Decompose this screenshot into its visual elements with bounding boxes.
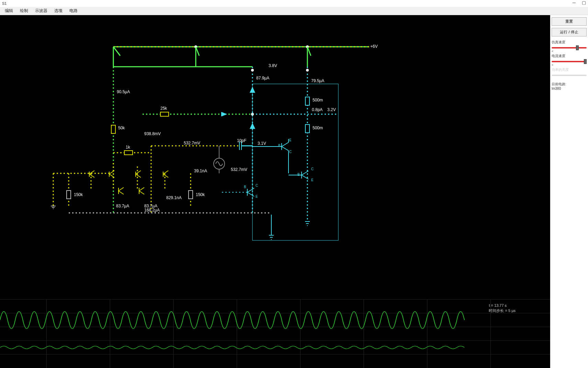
pin-e2: E bbox=[311, 178, 314, 182]
reset-button[interactable]: 重置 bbox=[552, 17, 587, 26]
pin-c3: C bbox=[256, 184, 258, 187]
svg-point-7 bbox=[306, 69, 309, 72]
pin-e3: E bbox=[256, 195, 258, 198]
label-current-90.5ua: 90.5µA bbox=[117, 89, 130, 94]
svg-rect-14 bbox=[189, 191, 193, 199]
label-current-829.1na: 829.1nA bbox=[166, 195, 182, 200]
label-current-87.9ua: 87.9µA bbox=[256, 76, 269, 80]
label-voltage-532.7mv-a: 532.7mV bbox=[184, 141, 200, 145]
app-title: S1 bbox=[2, 1, 7, 6]
control-panel: 重置 运行 / 停止 仿真速度 < 电流速度 < 功率的亮度 目前电路: lm3… bbox=[550, 15, 588, 368]
run-stop-button[interactable]: 运行 / 停止 bbox=[552, 28, 587, 36]
titlebar: S1 ─ ▢ bbox=[0, 0, 588, 7]
menu-draw[interactable]: 绘制 bbox=[16, 7, 32, 15]
label-current-79.5ua: 79.5µA bbox=[311, 78, 324, 83]
label-current-83.7ua-a: 83.7µA bbox=[116, 204, 129, 208]
label-voltage-3.2v: 3.2V bbox=[327, 107, 336, 112]
label-resistor-150k-b: 150k bbox=[196, 192, 205, 197]
simspeed-label: 仿真速度 bbox=[552, 40, 587, 45]
pin-c1: C bbox=[289, 150, 292, 154]
label-resistor-150k-a: 150k bbox=[74, 192, 83, 197]
menu-circuit[interactable]: 电路 bbox=[66, 7, 81, 15]
circuit-canvas[interactable]: +6V 3.8V 87.9µA 79.5µA 90.5µA 500m 500m … bbox=[0, 15, 550, 368]
label-current-168.2ua: 168.2µA bbox=[144, 208, 160, 213]
scope-time: t = 13.77 s bbox=[489, 303, 516, 308]
svg-point-5 bbox=[251, 69, 254, 72]
menubar: 编辑 绘制 示波器 选项 电路 bbox=[0, 7, 588, 15]
powerbright-slider bbox=[552, 73, 587, 78]
pin-c2: C bbox=[311, 167, 314, 171]
svg-rect-10 bbox=[252, 84, 338, 240]
current-circuit-label: 目前电路: bbox=[552, 82, 587, 87]
label-voltage-938.8mv: 938.8mV bbox=[144, 131, 161, 136]
pin-e1: E bbox=[289, 138, 292, 142]
svg-rect-11 bbox=[124, 151, 133, 155]
pin-b3: B bbox=[244, 185, 246, 189]
scope-step: 时间步长 = 5 µs bbox=[489, 308, 516, 313]
label-resistor-25k: 25k bbox=[160, 106, 167, 111]
pin-b1: B bbox=[278, 144, 281, 148]
label-resistor-500m-a: 500m bbox=[313, 98, 323, 102]
menu-scope[interactable]: 示波器 bbox=[32, 7, 51, 15]
svg-rect-3 bbox=[111, 125, 115, 133]
current-circuit-name: lm380 bbox=[552, 87, 587, 90]
pin-b2: B bbox=[297, 173, 300, 176]
curspeed-label: 电流速度 bbox=[552, 54, 587, 58]
label-resistor-50k: 50k bbox=[118, 126, 125, 130]
label-current-39.1na: 39.1nA bbox=[194, 169, 207, 173]
svg-rect-8 bbox=[305, 97, 309, 105]
label-voltage-532.7mv-b: 532.7mV bbox=[231, 167, 247, 172]
minimize-icon[interactable]: ─ bbox=[573, 0, 576, 5]
scope-readout: t = 13.77 s 时间步长 = 5 µs bbox=[489, 303, 516, 314]
curspeed-slider[interactable]: < bbox=[552, 59, 587, 64]
label-resistor-1k: 1k bbox=[126, 145, 130, 150]
oscilloscope[interactable]: t = 13.77 s 时间步长 = 5 µs bbox=[0, 299, 550, 368]
simspeed-slider[interactable]: < bbox=[552, 45, 587, 50]
schematic-svg bbox=[0, 15, 446, 242]
svg-rect-13 bbox=[67, 191, 71, 199]
window-controls: ─ ▢ bbox=[573, 0, 586, 5]
powerbright-label: 功率的亮度 bbox=[552, 67, 587, 72]
label-voltage-3.1v: 3.1V bbox=[258, 141, 266, 146]
menu-edit[interactable]: 编辑 bbox=[1, 7, 16, 15]
label-resistor-500m-b: 500m bbox=[313, 126, 323, 130]
label-cap-10pf: 10pF bbox=[237, 138, 246, 143]
svg-rect-9 bbox=[305, 125, 309, 133]
label-voltage-6v: +6V bbox=[370, 44, 378, 49]
svg-rect-4 bbox=[160, 112, 169, 116]
label-voltage-3.8v: 3.8V bbox=[269, 63, 277, 68]
menu-options[interactable]: 选项 bbox=[51, 7, 66, 15]
label-current-0.8pa: 0.8pA bbox=[312, 107, 323, 112]
maximize-icon[interactable]: ▢ bbox=[582, 0, 586, 5]
